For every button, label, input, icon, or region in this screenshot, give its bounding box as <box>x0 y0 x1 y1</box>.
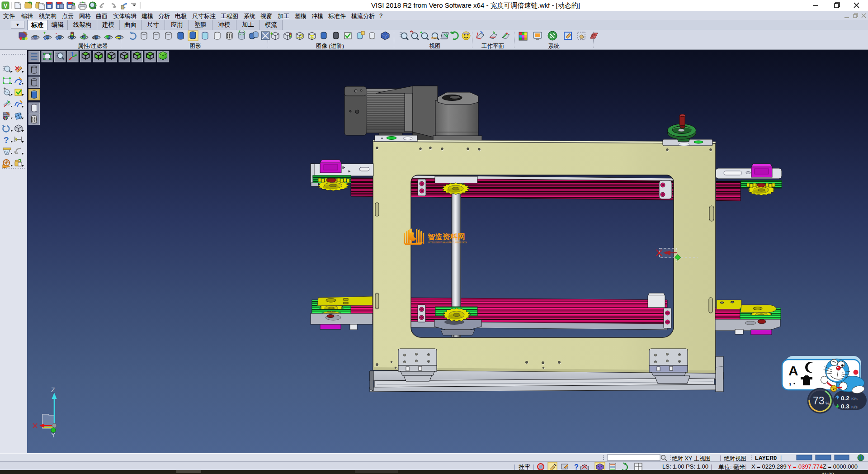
svg-text:INTELLIGENT MANUFACTURING DATA: INTELLIGENT MANUFACTURING DATA <box>428 242 467 244</box>
svg-text:V: V <box>4 2 8 9</box>
svg-text:+: + <box>420 30 422 35</box>
svg-text:0.3: 0.3 <box>841 403 849 410</box>
svg-text:K/s: K/s <box>851 396 858 401</box>
svg-text:智造资料网: 智造资料网 <box>427 232 465 241</box>
svg-text:73: 73 <box>813 395 825 407</box>
svg-text:0.2: 0.2 <box>841 395 849 402</box>
svg-text:-: - <box>56 30 57 35</box>
svg-text:?: ? <box>4 135 9 145</box>
svg-text:Z: Z <box>51 386 55 393</box>
svg-text:+: + <box>270 31 273 36</box>
svg-text:,: , <box>788 374 792 387</box>
svg-text:K/s: K/s <box>851 404 858 409</box>
svg-text:+: + <box>43 31 46 35</box>
svg-text:%: % <box>826 401 830 406</box>
svg-text:+/-: +/- <box>92 36 98 41</box>
